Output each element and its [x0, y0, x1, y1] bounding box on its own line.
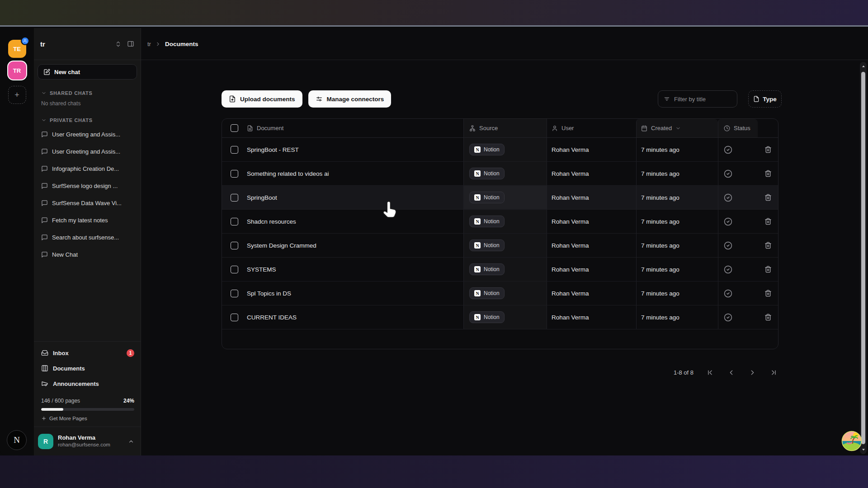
delete-row-button[interactable] [763, 216, 774, 227]
add-workspace-button[interactable]: + [8, 86, 26, 104]
megaphone-icon [41, 380, 48, 387]
scrollbar[interactable] [860, 62, 867, 454]
last-page-button[interactable] [769, 368, 778, 377]
type-filter-button[interactable]: Type [748, 90, 782, 108]
source-badge: N Notion [469, 239, 505, 251]
document-title[interactable]: Shadcn resources [247, 218, 296, 225]
sidebar-chat-item[interactable]: User Greeting and Assis... [34, 143, 141, 160]
row-checkbox[interactable] [231, 266, 238, 273]
breadcrumb-root[interactable]: tr [147, 41, 151, 47]
table-row[interactable]: SpringBoot N Notion Rohan Verma 7 minute… [222, 186, 778, 210]
first-page-button[interactable] [705, 368, 715, 377]
calendar-icon [641, 125, 647, 131]
row-checkbox[interactable] [231, 314, 238, 321]
pages-usage-text: 146 / 600 pages [41, 398, 80, 404]
document-title[interactable]: SYSTEMS [247, 266, 276, 273]
chat-item-label: User Greeting and Assis... [52, 131, 120, 138]
table-row[interactable]: CURRENT IDEAS N Notion Rohan Verma 7 min… [222, 305, 778, 329]
manage-connectors-label: Manage connectors [327, 96, 384, 103]
scroll-up-icon[interactable] [861, 62, 866, 71]
delete-row-button[interactable] [763, 240, 774, 251]
table-row[interactable]: Shadcn resources N Notion Rohan Verma 7 … [222, 210, 778, 234]
workspace-name: tr [40, 40, 109, 48]
row-checkbox[interactable] [231, 290, 238, 297]
delete-row-button[interactable] [763, 288, 774, 299]
sidebar-chat-item[interactable]: User Greeting and Assis... [34, 126, 141, 143]
source-name: Notion [484, 170, 500, 177]
sidebar-chat-item[interactable]: Fetch my latest notes [34, 211, 141, 229]
chevron-down-icon[interactable] [675, 126, 681, 131]
previous-page-button[interactable] [726, 368, 736, 377]
sidebar-toggle-icon[interactable] [127, 40, 134, 47]
table-row[interactable]: SpringBoot - REST N Notion Rohan Verma 7… [222, 138, 778, 162]
row-checkbox[interactable] [231, 194, 238, 202]
private-chats-section-header[interactable]: PRIVATE CHATS [34, 117, 141, 123]
chevrons-up-down-icon[interactable] [115, 41, 122, 47]
new-chat-button[interactable]: New chat [38, 64, 137, 80]
delete-row-button[interactable] [763, 192, 774, 203]
sliders-icon [316, 95, 323, 103]
filter-icon [664, 96, 670, 102]
filter-by-title-field[interactable] [658, 90, 737, 108]
table-row[interactable]: System Design Crammed N Notion Rohan Ver… [222, 234, 778, 258]
sidebar-item-documents[interactable]: Documents [34, 361, 141, 376]
sidebar-chat-item[interactable]: New Chat [34, 246, 141, 263]
sidebar-chat-item[interactable]: Search about surfsense... [34, 229, 141, 246]
manage-connectors-button[interactable]: Manage connectors [308, 90, 392, 108]
column-header-source[interactable]: Source [479, 125, 498, 131]
document-title[interactable]: CURRENT IDEAS [247, 314, 297, 321]
sidebar-item-inbox[interactable]: Inbox 1 [34, 345, 141, 361]
workspace-switcher[interactable]: tr [34, 28, 141, 60]
table-row[interactable]: SYSTEMS N Notion Rohan Verma 7 minutes a… [222, 258, 778, 282]
upload-documents-button[interactable]: Upload documents [222, 90, 302, 108]
row-created: 7 minutes ago [641, 242, 679, 249]
sidebar-item-announcements[interactable]: Announcements [34, 376, 141, 391]
row-created: 7 minutes ago [641, 266, 679, 273]
source-name: Notion [484, 290, 500, 296]
row-checkbox[interactable] [231, 146, 238, 154]
table-row[interactable]: Spl Topics in DS N Notion Rohan Verma 7 … [222, 282, 778, 305]
delete-row-button[interactable] [763, 144, 774, 155]
next-page-button[interactable] [748, 368, 757, 377]
row-checkbox[interactable] [231, 242, 238, 249]
row-user: Rohan Verma [552, 218, 589, 225]
select-all-checkbox[interactable] [231, 124, 238, 132]
row-checkbox[interactable] [231, 170, 238, 178]
shared-chats-section-header[interactable]: SHARED CHATS [34, 90, 141, 96]
column-header-status[interactable]: Status [734, 125, 750, 131]
column-header-document[interactable]: Document [257, 125, 283, 131]
workspace-tile-tr[interactable]: TR [8, 61, 26, 80]
profile-name: Rohan Verma [58, 434, 123, 441]
scrollbar-thumb[interactable] [861, 72, 865, 444]
document-title[interactable]: System Design Crammed [247, 242, 316, 249]
delete-row-button[interactable] [763, 264, 774, 275]
table-row[interactable]: Something related to videos ai N Notion … [222, 162, 778, 186]
chat-item-label: Fetch my latest notes [52, 217, 108, 224]
source-name: Notion [484, 314, 500, 320]
sidebar-chat-item[interactable]: Infographic Creation De... [34, 160, 141, 177]
column-header-user[interactable]: User [561, 125, 574, 131]
sidebar-bottom: Inbox 1 Documents Announcements 146 / 60… [34, 341, 141, 455]
column-header-created[interactable]: Created [651, 125, 672, 131]
row-checkbox[interactable] [231, 218, 238, 225]
get-more-pages-button[interactable]: Get More Pages [34, 411, 141, 427]
delete-row-button[interactable] [763, 168, 774, 179]
document-title[interactable]: Something related to videos ai [247, 170, 329, 177]
delete-row-button[interactable] [763, 312, 774, 323]
filter-by-title-input[interactable] [674, 96, 731, 103]
workspace-tile-te[interactable]: TE [8, 40, 26, 58]
status-check-circle-icon [724, 193, 732, 202]
sidebar-chat-item[interactable]: SurfSense Data Wave Vi... [34, 194, 141, 211]
notion-shortcut-button[interactable]: N [7, 430, 27, 450]
island-theme-button[interactable] [841, 430, 863, 452]
sidebar-chat-item[interactable]: SurfSense logo design ... [34, 177, 141, 194]
document-title[interactable]: SpringBoot [247, 194, 277, 201]
source-name: Notion [484, 194, 500, 201]
private-chats-label: PRIVATE CHATS [50, 117, 93, 123]
document-title[interactable]: Spl Topics in DS [247, 290, 291, 297]
inbox-label: Inbox [53, 350, 69, 357]
documents-label: Documents [53, 365, 85, 372]
user-profile-menu[interactable]: R Rohan Verma rohan@surfsense.com [34, 427, 141, 455]
document-title[interactable]: SpringBoot - REST [247, 146, 299, 153]
source-badge: N Notion [469, 192, 505, 203]
